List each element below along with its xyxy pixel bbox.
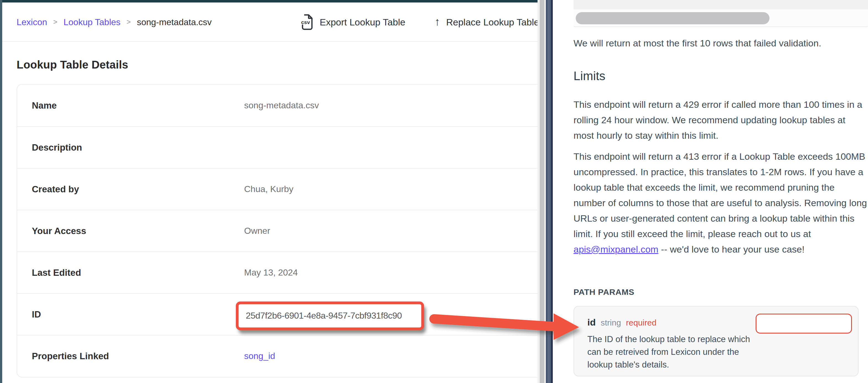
path-param-card: id string required The ID of the lookup …: [574, 306, 859, 376]
detail-row-name: Name song-metadata.csv: [17, 84, 537, 126]
row-label: Last Edited: [32, 268, 244, 278]
vertical-scrollbar[interactable]: [540, 0, 545, 383]
export-lookup-table-button[interactable]: csv Export Lookup Table: [300, 2, 405, 42]
id-param-input[interactable]: [755, 314, 852, 334]
param-type: string: [600, 318, 621, 327]
limits-heading: Limits: [574, 69, 605, 83]
csv-file-icon: csv: [300, 14, 314, 30]
horizontal-scrollbar-track[interactable]: [574, 9, 868, 27]
breadcrumb-lexicon[interactable]: Lexicon: [17, 17, 47, 27]
api-docs-panel: We will return at most the first 10 rows…: [553, 0, 868, 383]
docs-intro-paragraph: We will return at most the first 10 rows…: [574, 35, 867, 51]
window-divider: [546, 0, 553, 383]
breadcrumb: Lexicon > Lookup Tables > song-metadata.…: [17, 2, 212, 42]
id-value-highlight-box: 25d7f2b6-6901-4e8a-9457-7cbf931f8c90: [236, 302, 424, 330]
row-label: Description: [32, 142, 244, 153]
paragraph-text: This endpoint will return a 413 error if…: [574, 151, 867, 239]
top-chrome-bar: [0, 0, 537, 2]
details-card: Name song-metadata.csv Description Creat…: [17, 84, 537, 378]
detail-row-id: ID 25d7f2b6-6901-4e8a-9457-7cbf931f8c90: [17, 293, 537, 335]
detail-row-last-edited: Last Edited May 13, 2024: [17, 251, 537, 293]
row-value: Chua, Kurby: [244, 184, 293, 194]
detail-row-description: Description: [17, 126, 537, 168]
svg-text:csv: csv: [301, 19, 310, 25]
row-label: Your Access: [32, 226, 244, 236]
breadcrumb-separator-icon: >: [126, 18, 131, 26]
detail-row-properties-linked: Properties Linked song_id: [17, 335, 537, 377]
param-description: The ID of the lookup table to replace wh…: [587, 333, 753, 371]
left-chrome-strip: [0, 0, 2, 383]
row-value: Owner: [244, 226, 270, 236]
app-header: Lexicon > Lookup Tables > song-metadata.…: [2, 2, 537, 42]
detail-row-your-access: Your Access Owner: [17, 210, 537, 251]
param-required-badge: required: [626, 318, 656, 327]
lookup-table-details-panel: Lexicon > Lookup Tables > song-metadata.…: [2, 2, 537, 383]
breadcrumb-lookup-tables[interactable]: Lookup Tables: [63, 17, 120, 27]
breadcrumb-current-file: song-metadata.csv: [137, 17, 212, 27]
param-name: id: [587, 317, 596, 328]
replace-button-label: Replace Lookup Table: [446, 17, 537, 28]
replace-lookup-table-button[interactable]: ↑ Replace Lookup Table: [435, 2, 537, 42]
row-value: song-metadata.csv: [244, 100, 319, 110]
row-label: Properties Linked: [32, 351, 244, 361]
row-label: ID: [32, 309, 244, 320]
export-button-label: Export Lookup Table: [320, 17, 405, 28]
panel-gutter: [537, 0, 540, 383]
horizontal-scrollbar-thumb[interactable]: [576, 12, 770, 24]
breadcrumb-separator-icon: >: [53, 18, 57, 26]
upload-arrow-icon: ↑: [435, 16, 440, 27]
row-value: May 13, 2024: [244, 268, 298, 278]
lookup-table-id-value: 25d7f2b6-6901-4e8a-9457-7cbf931f8c90: [246, 311, 402, 321]
row-label: Created by: [32, 184, 244, 195]
param-header: id string required: [587, 317, 656, 328]
limits-paragraph-413: This endpoint will return a 413 error if…: [574, 149, 868, 257]
paragraph-text: -- we'd love to hear your use case!: [658, 244, 805, 254]
clipped-content-edge: [574, 0, 868, 9]
detail-row-created-by: Created by Chua, Kurby: [17, 168, 537, 210]
row-label: Name: [32, 100, 244, 111]
limits-paragraph-429: This endpoint will return a 429 error if…: [574, 97, 867, 143]
linked-property-link[interactable]: song_id: [244, 351, 275, 361]
apis-mixpanel-email-link[interactable]: apis@mixpanel.com: [574, 244, 658, 254]
page-title: Lookup Table Details: [17, 59, 128, 71]
path-params-label: PATH PARAMS: [574, 287, 634, 297]
